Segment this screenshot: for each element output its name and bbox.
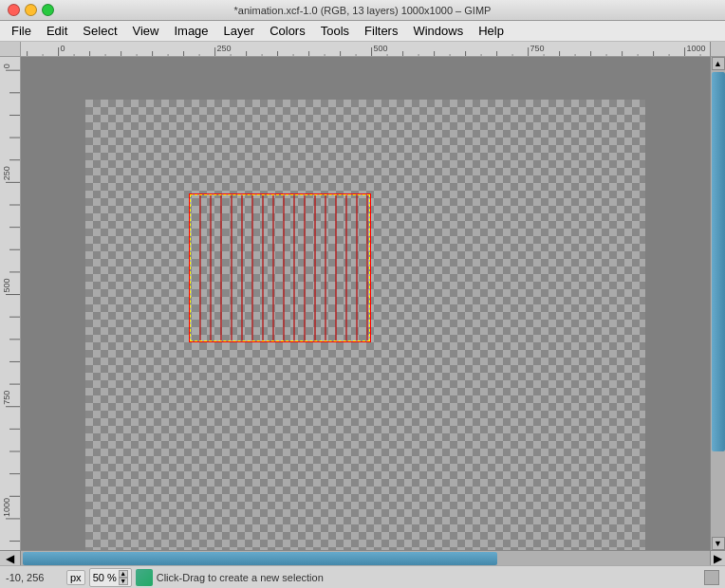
menu-edit[interactable]: Edit	[39, 22, 75, 40]
scroll-left-button[interactable]: ◀	[0, 551, 21, 565]
scroll-right-button[interactable]: ▶	[710, 551, 725, 565]
status-bar: -10, 256 px 50 % ▲ ▼ Click-Drag to creat…	[0, 565, 725, 588]
horizontal-ruler-canvas	[21, 42, 710, 57]
vertical-ruler	[0, 57, 21, 550]
menu-view[interactable]: View	[125, 22, 167, 40]
minimize-button[interactable]	[25, 4, 37, 16]
canvas-viewport[interactable]	[21, 57, 710, 550]
menu-help[interactable]: Help	[471, 22, 511, 40]
scroll-up-button[interactable]: ▲	[712, 57, 725, 70]
main-area: ▲ ▼ ◀ ▶ -10, 256 px 50 % ▲ ▼ Click-Drag …	[0, 42, 725, 588]
close-button[interactable]	[8, 4, 20, 16]
menu-layer[interactable]: Layer	[216, 22, 263, 40]
selection-fill	[191, 195, 369, 340]
scroll-down-button[interactable]: ▼	[712, 537, 725, 550]
menu-select[interactable]: Select	[75, 22, 124, 40]
zoom-down-button[interactable]: ▼	[119, 578, 128, 585]
zoom-up-button[interactable]: ▲	[119, 570, 128, 578]
horizontal-scrollbar-thumb[interactable]	[23, 552, 497, 565]
canvas-surface[interactable]	[85, 100, 645, 550]
ruler-corner	[0, 42, 21, 57]
window-controls	[8, 4, 54, 16]
menu-colors[interactable]: Colors	[262, 22, 313, 40]
status-hint: Click-Drag to create a new selection	[157, 572, 700, 583]
selection-border	[190, 194, 370, 341]
zoom-value: 50 %	[93, 572, 117, 583]
menu-image[interactable]: Image	[166, 22, 215, 40]
top-ruler-row	[0, 42, 725, 57]
horizontal-scrollbar-track	[21, 551, 710, 565]
vertical-scrollbar[interactable]: ▲ ▼	[710, 57, 725, 550]
zoom-stepper[interactable]: ▲ ▼	[119, 570, 128, 585]
canvas-row: ▲ ▼	[0, 57, 725, 550]
unit-selector[interactable]: px	[66, 570, 85, 585]
horizontal-scrollbar[interactable]: ◀ ▶	[0, 550, 725, 565]
vertical-scrollbar-thumb[interactable]	[712, 72, 725, 451]
zoom-control[interactable]: 50 % ▲ ▼	[89, 568, 132, 587]
status-expand-button[interactable]	[704, 570, 719, 585]
menu-filters[interactable]: Filters	[357, 22, 405, 40]
tool-icon	[136, 569, 153, 586]
cursor-coordinates: -10, 256	[6, 572, 63, 583]
window-title: *animation.xcf-1.0 (RGB, 13 layers) 1000…	[234, 5, 492, 16]
horizontal-ruler	[21, 42, 710, 57]
maximize-button[interactable]	[42, 4, 54, 16]
menu-bar: File Edit Select View Image Layer Colors…	[0, 21, 725, 42]
menu-tools[interactable]: Tools	[313, 22, 357, 40]
vertical-ruler-canvas	[0, 57, 21, 550]
ruler-scroll-corner	[710, 42, 725, 57]
menu-file[interactable]: File	[4, 22, 39, 40]
menu-windows[interactable]: Windows	[405, 22, 471, 40]
title-bar: *animation.xcf-1.0 (RGB, 13 layers) 1000…	[0, 0, 725, 21]
